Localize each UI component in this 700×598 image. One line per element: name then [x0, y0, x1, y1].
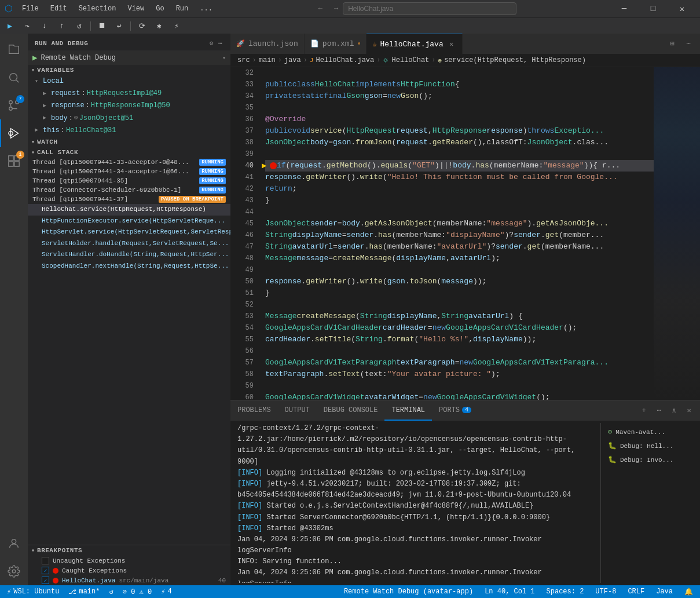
activity-account[interactable]	[0, 530, 28, 557]
menu-go[interactable]: Go	[151, 3, 168, 14]
tab-hellochat-close[interactable]: ✕	[447, 39, 456, 49]
callstack-header[interactable]: ▾ CALL STACK	[28, 147, 230, 158]
right-panel-debug-hell[interactable]: 🐛 Debug: Hell...	[606, 439, 688, 453]
menu-selection[interactable]: Selection	[74, 3, 121, 14]
debug-more-options-btn[interactable]: ⋯	[217, 38, 223, 48]
breadcrumb-file[interactable]: HelloChat.java	[316, 56, 374, 64]
callstack-frame-6[interactable]: ScopedHandler.nextHandle(String,Request,…	[28, 261, 230, 272]
breakpoint-uncaught[interactable]: Uncaught Exceptions	[28, 556, 230, 566]
debug-run-icon[interactable]: ▶	[32, 53, 37, 63]
terminal-main[interactable]: /grpc-context/1.27.2/grpc-context-1.27.2…	[237, 423, 596, 583]
tabs-more-btn[interactable]: ⋯	[681, 37, 695, 51]
debug-hot-reload-btn[interactable]: ⟳	[134, 20, 149, 32]
activity-source-control[interactable]: 7	[0, 92, 28, 119]
nav-forward[interactable]: →	[329, 2, 343, 15]
debug-more-btn[interactable]: ⚡	[169, 20, 184, 32]
breadcrumb-class[interactable]: HelloChat	[391, 56, 429, 64]
status-errors[interactable]: ⊘ 0 ⚠ 0	[120, 585, 154, 598]
status-debug-session[interactable]: Remote Watch Debug (avatar-app)	[342, 585, 475, 598]
debug-breakpoints-btn[interactable]: ✱	[152, 20, 167, 32]
tab-pom-xml[interactable]: 📄 pom.xml M	[305, 34, 367, 54]
var-request[interactable]: ▶ request : HttpRequestImpl@49	[32, 87, 230, 100]
status-notifications[interactable]: 🔔	[682, 585, 695, 598]
var-body[interactable]: ▶ body : ⊙ JsonObject@51	[32, 112, 230, 125]
thread-2[interactable]: Thread [qtp1500079441-34-acceptor-1@66..…	[28, 167, 230, 176]
activity-extensions[interactable]: 1	[0, 147, 28, 175]
status-spaces[interactable]: Spaces: 2	[544, 585, 587, 598]
menu-more[interactable]: ...	[195, 3, 217, 14]
debug-step-into-btn[interactable]: ↓	[37, 20, 52, 32]
add-terminal-btn[interactable]: +	[637, 404, 650, 417]
callstack-frame-2[interactable]: HttpFunctionExecutor.service(HttpServlet…	[28, 216, 230, 227]
callstack-frame-3[interactable]: HttpServlet.service(HttpServletRequest,S…	[28, 227, 230, 238]
tab-debug-console[interactable]: DEBUG CONSOLE	[317, 400, 385, 421]
callstack-frame-1[interactable]: HelloChat.service(HttpRequest,HttpRespon…	[28, 204, 230, 216]
debug-restart-btn[interactable]: ↺	[72, 20, 87, 32]
debug-step-over-btn[interactable]: ↷	[20, 20, 35, 32]
debug-config-dropdown[interactable]: ▾	[222, 54, 226, 61]
status-remote[interactable]: ⚡ WSL: Ubuntu	[5, 585, 61, 598]
menu-file[interactable]: File	[17, 3, 43, 14]
var-this[interactable]: ▶ this : HelloChat@31	[32, 125, 230, 137]
tab-problems[interactable]: PROBLEMS	[230, 400, 278, 421]
status-sync[interactable]: ↺	[107, 585, 115, 598]
callstack-frame-5[interactable]: ServletHandler.doHandle(String,Request,H…	[28, 249, 230, 261]
status-language[interactable]: Java	[654, 585, 675, 598]
tab-terminal[interactable]: TERMINAL	[384, 400, 432, 421]
thread-3[interactable]: Thread [qtp1500079441-35] RUNNING	[28, 176, 230, 185]
debug-continue-btn[interactable]: ▶	[2, 20, 17, 32]
tab-output[interactable]: OUTPUT	[278, 400, 317, 421]
code-content[interactable]: public class HelloChat implements HttpFu…	[259, 67, 654, 400]
maximize-btn[interactable]: □	[640, 0, 666, 17]
debug-disconnect-btn[interactable]: ↩	[112, 20, 127, 32]
thread-1[interactable]: Thread [qtp1500079441-33-acceptor-0@48..…	[28, 158, 230, 167]
bp-caught-checkbox[interactable]: ✓	[42, 567, 49, 574]
close-btn[interactable]: ✕	[669, 0, 695, 17]
breakpoint-hellochat[interactable]: ✓ HelloChat.java src/main/java 40	[28, 575, 230, 585]
breakpoint-dot-40	[270, 162, 277, 169]
status-debug-count[interactable]: ⚡ 4	[159, 585, 174, 598]
minimize-btn[interactable]: ─	[611, 0, 637, 17]
variables-header[interactable]: ▾ VARIABLES	[28, 65, 230, 75]
status-branch[interactable]: ⎇ main*	[66, 585, 102, 598]
menu-edit[interactable]: Edit	[46, 3, 72, 14]
status-encoding[interactable]: UTF-8	[593, 585, 618, 598]
breadcrumb-java[interactable]: java	[284, 56, 301, 64]
status-position[interactable]: Ln 40, Col 1	[482, 585, 537, 598]
tab-launch-json[interactable]: 🚀 launch.json	[230, 34, 305, 54]
watch-header[interactable]: ▾ WATCH	[28, 137, 230, 147]
tab-ports[interactable]: PORTS 4	[432, 400, 478, 421]
debug-step-out-btn[interactable]: ↑	[54, 20, 69, 32]
breakpoint-caught[interactable]: ✓ Caught Exceptions	[28, 566, 230, 575]
thread-4[interactable]: Thread [Connector-Scheduler-6920b0bc-1] …	[28, 185, 230, 195]
terminal-more-btn[interactable]: ⋯	[653, 404, 665, 417]
bp-uncaught-checkbox[interactable]	[42, 557, 49, 564]
var-response[interactable]: ▶ response : HttpResponseImpl@50	[32, 100, 230, 112]
menu-view[interactable]: View	[123, 3, 149, 14]
activity-search[interactable]	[0, 64, 28, 92]
panel-close-btn[interactable]: ✕	[683, 404, 695, 417]
nav-back[interactable]: ←	[311, 2, 329, 15]
panel-collapse-btn[interactable]: ∧	[668, 404, 680, 417]
breadcrumb-method[interactable]: service(HttpRequest, HttpResponse)	[444, 56, 586, 64]
menu-run[interactable]: Run	[171, 3, 193, 14]
right-panel-debug-invo[interactable]: 🐛 Debug: Invo...	[606, 453, 688, 467]
thread-5[interactable]: Thread [qtp1500079441-37] PAUSED ON BREA…	[28, 195, 230, 204]
var-local[interactable]: ▾ Local	[32, 75, 230, 87]
activity-explorer[interactable]	[0, 36, 28, 64]
debug-stop-btn[interactable]: ⏹	[94, 20, 109, 32]
svg-rect-10	[14, 162, 19, 166]
split-editor-btn[interactable]: ⊞	[665, 37, 679, 51]
breadcrumb-main[interactable]: main	[259, 56, 276, 64]
activity-settings[interactable]	[0, 557, 28, 585]
tab-hellochat[interactable]: ☕ HelloChat.java ✕	[367, 34, 462, 54]
breadcrumb-src[interactable]: src	[237, 56, 250, 64]
bp-hellochat-checkbox[interactable]: ✓	[42, 577, 49, 584]
debug-settings-btn[interactable]: ⚙	[208, 38, 215, 48]
command-search[interactable]	[343, 2, 516, 15]
breakpoints-header[interactable]: ▾ BREAKPOINTS	[28, 545, 230, 556]
callstack-frame-4[interactable]: ServletHolder.handle(Request,ServletRequ…	[28, 238, 230, 250]
right-panel-maven[interactable]: ⊕ Maven-avat...	[606, 425, 688, 439]
activity-run-debug[interactable]	[0, 119, 28, 147]
status-eol[interactable]: CRLF	[625, 585, 647, 598]
